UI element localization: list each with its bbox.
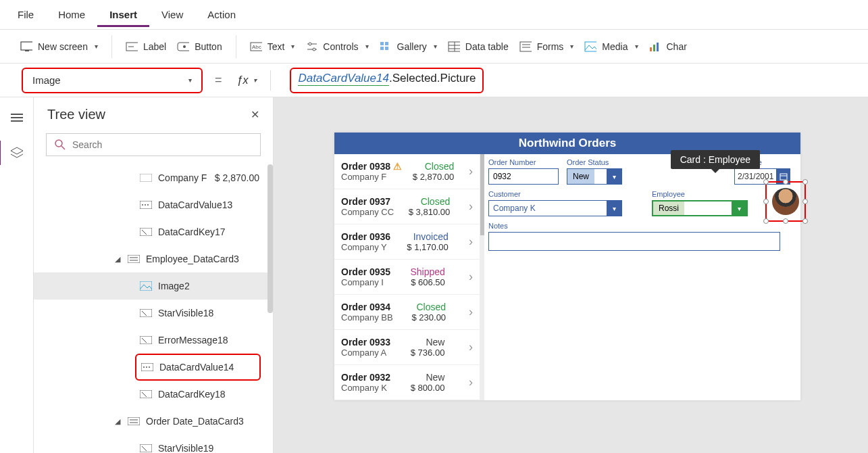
rail-tree-view[interactable] xyxy=(5,105,29,130)
canvas[interactable]: Northwind Orders Order 0938 ⚠Company FCl… xyxy=(274,97,868,453)
order-status: New xyxy=(426,372,444,383)
rail-layers[interactable] xyxy=(0,141,32,165)
label-icon xyxy=(139,444,153,452)
chevron-right-icon: › xyxy=(469,235,473,249)
svg-line-32 xyxy=(61,146,65,149)
resize-handle[interactable] xyxy=(783,179,788,185)
order-status: Closed xyxy=(417,302,446,312)
image-icon xyxy=(139,281,153,291)
order-row[interactable]: Order 0935Company IShipped$ 606.50› xyxy=(334,260,480,295)
tree-view-panel: Tree view ✕ Company F $ 2,870.00 DataCar… xyxy=(34,97,274,453)
label-icon xyxy=(126,41,138,53)
order-row[interactable]: Order 0936Company YInvoiced$ 1,170.00› xyxy=(334,224,480,260)
label-icon xyxy=(139,336,153,344)
menu-home[interactable]: Home xyxy=(46,2,97,27)
tree-node[interactable]: Company F $ 2,870.00 xyxy=(34,164,273,191)
svg-point-35 xyxy=(142,204,143,206)
tree-search-input[interactable] xyxy=(72,139,252,150)
resize-handle[interactable] xyxy=(763,199,769,204)
close-icon[interactable]: ✕ xyxy=(251,108,259,121)
media-button[interactable]: Media ▾ xyxy=(580,38,642,55)
order-form: Card : Employee Order Number 0932 Order … xyxy=(484,154,800,400)
select-employee[interactable]: Rossi ▾ xyxy=(652,200,748,216)
select-customer[interactable]: Company K ▾ xyxy=(488,200,622,216)
order-row[interactable]: Order 0937Company CCClosed$ 3,810.00› xyxy=(334,189,480,224)
image-control-selected[interactable] xyxy=(765,181,806,222)
tree-list[interactable]: Company F $ 2,870.00 DataCardValue13 Dat… xyxy=(34,164,273,453)
tree-node-errormessage18[interactable]: ErrorMessage18 xyxy=(34,327,273,354)
resize-handle[interactable] xyxy=(783,218,788,224)
menu-view[interactable]: View xyxy=(149,2,195,27)
order-number: Order 0934 xyxy=(341,302,393,312)
svg-rect-44 xyxy=(140,309,152,317)
collapse-icon[interactable]: ◢ xyxy=(115,255,122,264)
tree-search[interactable] xyxy=(46,133,261,156)
controls-button[interactable]: Controls ▾ xyxy=(301,38,372,55)
gallery-icon xyxy=(380,41,392,53)
order-company: Company I xyxy=(341,277,390,287)
equals-sign: = xyxy=(211,73,226,87)
resize-handle[interactable] xyxy=(763,179,769,185)
tree-node-datacardvalue14[interactable]: DataCardValue14 xyxy=(135,354,261,381)
fx-label[interactable]: ƒx ▾ xyxy=(234,74,260,87)
order-amount: $ 230.00 xyxy=(411,312,446,323)
tree-node-starvisible19[interactable]: StarVisible19 xyxy=(34,435,273,453)
text-button[interactable]: Abc Text ▾ xyxy=(246,38,299,55)
resize-handle[interactable] xyxy=(802,218,808,224)
property-selector-value: Image xyxy=(32,74,61,86)
label-button[interactable]: Label xyxy=(122,38,170,55)
tree-node-starvisible18[interactable]: StarVisible18 xyxy=(34,300,273,327)
select-value: Rossi xyxy=(653,201,684,215)
svg-rect-40 xyxy=(128,255,140,263)
tree-node-datacardvalue13[interactable]: DataCardValue13 xyxy=(34,191,273,218)
tree-node-employee-datacard[interactable]: ◢ Employee_DataCard3 xyxy=(34,245,273,272)
label-icon xyxy=(139,228,153,236)
order-status: Shipped xyxy=(410,266,444,277)
tree-node-datacardkey18[interactable]: DataCardKey18 xyxy=(34,381,273,408)
select-order-status[interactable]: New ▾ xyxy=(567,168,622,185)
resize-handle[interactable] xyxy=(802,199,808,204)
button-button[interactable]: Button xyxy=(173,38,226,55)
forms-button[interactable]: Forms ▾ xyxy=(515,38,578,55)
new-screen-button[interactable]: New screen ▾ xyxy=(16,38,102,55)
menu-file[interactable]: File xyxy=(5,2,46,27)
chevron-down-icon: ▾ xyxy=(607,200,621,216)
collapse-icon[interactable]: ◢ xyxy=(115,417,122,426)
property-selector[interactable]: Image ▾ xyxy=(22,68,203,93)
divider xyxy=(111,35,112,58)
tree-node-orderdate-datacard[interactable]: ◢ Order Date_DataCard3 xyxy=(34,408,273,435)
svg-rect-38 xyxy=(140,228,152,236)
input-notes[interactable] xyxy=(488,232,780,251)
data-table-button[interactable]: Data table xyxy=(444,38,513,55)
chevron-down-icon: ▾ xyxy=(188,76,192,84)
button-label: Button xyxy=(195,41,222,52)
menu-insert[interactable]: Insert xyxy=(97,2,149,27)
svg-rect-33 xyxy=(140,174,152,182)
input-order-number[interactable]: 0932 xyxy=(488,168,559,185)
resize-handle[interactable] xyxy=(763,218,769,224)
gallery-button[interactable]: Gallery ▾ xyxy=(376,38,441,55)
order-row[interactable]: Order 0938 ⚠Company FClosed$ 2,870.00› xyxy=(334,154,480,189)
order-gallery[interactable]: Order 0938 ⚠Company FClosed$ 2,870.00›Or… xyxy=(334,154,480,400)
formula-input[interactable]: DataCardValue14.Selected.Picture xyxy=(282,68,857,93)
tree-node-image2[interactable]: Image2 xyxy=(34,272,273,300)
order-row[interactable]: Order 0932Company KNew$ 800.00› xyxy=(334,365,480,400)
menu-action[interactable]: Action xyxy=(195,2,248,27)
svg-rect-54 xyxy=(128,417,140,425)
resize-handle[interactable] xyxy=(802,179,808,185)
svg-point-31 xyxy=(55,140,62,147)
chart-button[interactable]: Char xyxy=(645,38,691,55)
svg-rect-46 xyxy=(140,336,152,344)
select-value: New xyxy=(567,169,594,184)
scrollbar-thumb[interactable] xyxy=(267,164,273,313)
select-value: Company K xyxy=(489,204,540,213)
formula-token-rest: .Selected.Picture xyxy=(389,72,476,85)
order-row[interactable]: Order 0933Company ANew$ 736.00› xyxy=(334,330,480,365)
tree-node-datacardkey17[interactable]: DataCardKey17 xyxy=(34,218,273,245)
tree-node-label: ErrorMessage18 xyxy=(158,335,228,345)
order-row[interactable]: Order 0934Company BBClosed$ 230.00› xyxy=(334,295,480,330)
tree-node-label: Employee_DataCard3 xyxy=(146,254,239,264)
tree-view-title: Tree view xyxy=(47,107,105,122)
app-preview: Northwind Orders Order 0938 ⚠Company FCl… xyxy=(334,133,800,400)
order-company: Company A xyxy=(341,348,390,358)
